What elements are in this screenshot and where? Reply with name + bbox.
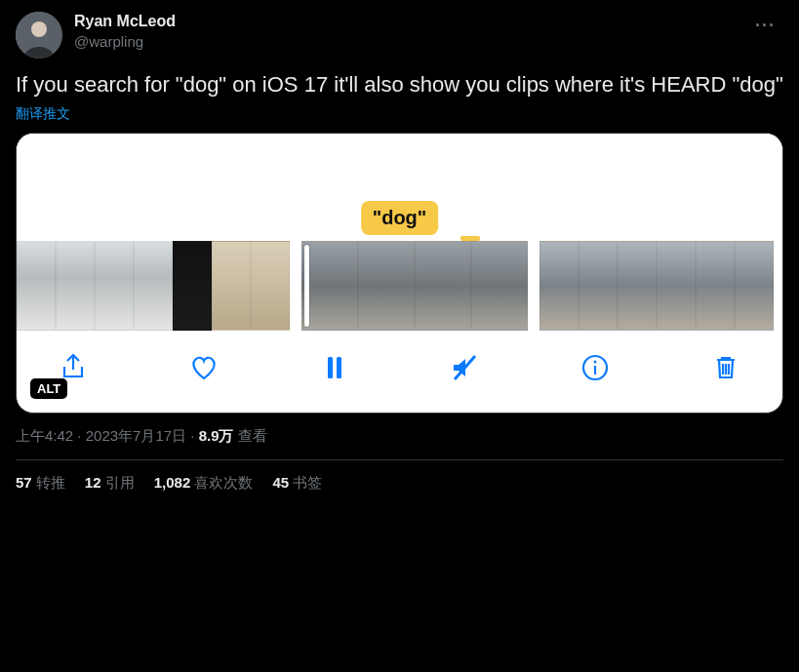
media-card[interactable]: "dog"	[16, 133, 783, 414]
thumbnail[interactable]	[539, 241, 579, 331]
video-timeline[interactable]	[17, 241, 782, 331]
svg-rect-2	[328, 357, 333, 378]
playhead[interactable]	[304, 245, 309, 327]
thumbnail[interactable]	[301, 241, 358, 331]
clip-group-3[interactable]	[539, 241, 774, 331]
thumbnail[interactable]	[134, 241, 173, 331]
retweets-stat[interactable]: 57 转推	[16, 474, 65, 493]
thumbnail[interactable]	[17, 241, 56, 331]
svg-point-1	[31, 21, 47, 37]
svg-rect-3	[337, 357, 341, 378]
thumbnail[interactable]	[471, 241, 528, 331]
heart-icon[interactable]	[186, 350, 221, 385]
thumbnail[interactable]	[735, 241, 774, 331]
stats-row: 57 转推 12 引用 1,082 喜欢次数 45 书签	[16, 474, 783, 493]
date[interactable]: 2023年7月17日	[86, 427, 186, 444]
tweet-text: If you search for "dog" on iOS 17 it'll …	[16, 70, 783, 99]
divider	[16, 459, 783, 460]
trash-icon[interactable]	[708, 350, 743, 385]
alt-badge[interactable]: ALT	[30, 378, 67, 399]
likes-stat[interactable]: 1,082 喜欢次数	[154, 474, 254, 493]
thumbnail[interactable]	[415, 241, 471, 331]
views-count: 8.9万	[199, 427, 234, 444]
clip-group-1[interactable]	[17, 241, 290, 331]
svg-point-6	[594, 360, 597, 363]
thumbnail[interactable]	[56, 241, 95, 331]
time[interactable]: 上午4:42	[16, 427, 73, 444]
thumbnail[interactable]	[696, 241, 735, 331]
thumbnail[interactable]	[95, 241, 134, 331]
tweet-meta: 上午4:42 · 2023年7月17日 · 8.9万 查看	[16, 427, 783, 446]
thumbnail[interactable]	[618, 241, 657, 331]
translate-link[interactable]: 翻译推文	[16, 105, 783, 123]
thumbnail[interactable]	[212, 241, 251, 331]
handle[interactable]: @warpling	[74, 32, 736, 52]
thumbnail[interactable]	[358, 241, 415, 331]
info-icon[interactable]	[578, 350, 613, 385]
thumbnail[interactable]	[173, 241, 212, 331]
more-icon[interactable]: ···	[747, 12, 783, 40]
mute-icon[interactable]	[447, 350, 482, 385]
media-controls	[17, 331, 782, 413]
thumbnail[interactable]	[251, 241, 290, 331]
tweet-header: Ryan McLeod @warpling ···	[16, 12, 783, 59]
pause-icon[interactable]	[317, 350, 352, 385]
display-name[interactable]: Ryan McLeod	[74, 12, 736, 32]
thumbnail[interactable]	[579, 241, 618, 331]
avatar[interactable]	[16, 12, 62, 59]
media-preview-area: "dog"	[17, 134, 782, 241]
quotes-stat[interactable]: 12 引用	[85, 474, 135, 493]
author-names: Ryan McLeod @warpling	[74, 12, 736, 51]
thumbnail[interactable]	[657, 241, 696, 331]
clip-group-2[interactable]	[301, 241, 528, 331]
caption-tag: "dog"	[361, 201, 439, 235]
bookmarks-stat[interactable]: 45 书签	[272, 474, 322, 493]
views-label: 查看	[238, 427, 267, 444]
